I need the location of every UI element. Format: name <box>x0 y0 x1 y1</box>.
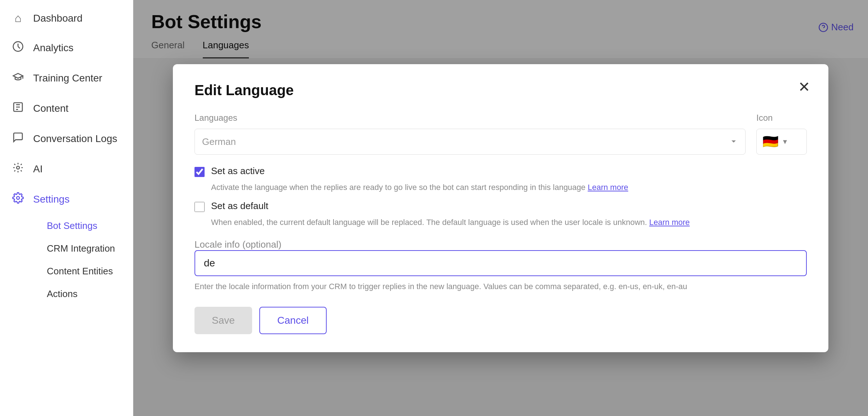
sidebar-item-content-entities[interactable]: Content Entities <box>36 260 133 283</box>
sidebar-item-training-center[interactable]: Training Center <box>0 63 133 93</box>
chevron-down-icon: ▾ <box>783 137 787 146</box>
flag-icon: 🇩🇪 <box>762 134 779 149</box>
locale-input[interactable] <box>194 250 807 276</box>
set-default-row: Set as default <box>194 200 807 212</box>
locale-section: Locale info (optional) Enter the locale … <box>194 239 807 292</box>
set-default-desc: When enabled, the current default langua… <box>211 216 807 228</box>
analytics-icon <box>11 41 25 55</box>
language-field-group: Languages German <box>194 113 746 155</box>
icon-label: Icon <box>756 113 807 123</box>
set-active-row: Set as active <box>194 165 807 177</box>
sidebar-item-ai[interactable]: AI <box>0 154 133 184</box>
sidebar-item-actions[interactable]: Actions <box>36 283 133 305</box>
conversation-icon <box>11 132 25 146</box>
sidebar-submenu-settings: Bot Settings CRM Integration Content Ent… <box>0 214 133 305</box>
set-default-checkbox[interactable] <box>194 202 205 212</box>
icon-field-group: Icon 🇩🇪 ▾ <box>756 113 807 155</box>
modal-footer: Save Cancel <box>194 307 807 334</box>
svg-point-2 <box>17 196 19 199</box>
modal-title: Edit Language <box>194 82 807 98</box>
sidebar-item-crm-integration[interactable]: CRM Integration <box>36 237 133 260</box>
locale-hint: Enter the locale information from your C… <box>194 280 807 292</box>
settings-icon <box>11 192 25 207</box>
cancel-button[interactable]: Cancel <box>259 307 327 334</box>
sidebar-label-content: Content <box>33 103 68 114</box>
icon-selector[interactable]: 🇩🇪 ▾ <box>756 129 807 155</box>
locale-label: Locale info (optional) <box>194 239 281 250</box>
svg-point-1 <box>17 166 19 169</box>
sidebar-item-conversation-logs[interactable]: Conversation Logs <box>0 124 133 154</box>
sidebar: ⌂ Dashboard Analytics Training Center Co… <box>0 0 133 416</box>
sidebar-label-settings: Settings <box>33 194 70 205</box>
set-active-section: Set as active Activate the language when… <box>194 165 807 193</box>
modal-overlay: Edit Language ✕ Languages German Icon 🇩🇪… <box>133 0 868 416</box>
set-default-learn-more[interactable]: Learn more <box>649 218 690 227</box>
close-button[interactable]: ✕ <box>798 79 810 95</box>
languages-label: Languages <box>194 113 746 123</box>
set-active-label[interactable]: Set as active <box>211 165 265 177</box>
sidebar-label-training-center: Training Center <box>33 72 102 84</box>
sidebar-label-dashboard: Dashboard <box>33 13 82 24</box>
sidebar-item-dashboard[interactable]: ⌂ Dashboard <box>0 4 133 33</box>
main-content: Bot Settings General Languages Need Edit… <box>133 0 868 416</box>
edit-language-modal: Edit Language ✕ Languages German Icon 🇩🇪… <box>173 64 828 352</box>
save-button[interactable]: Save <box>194 307 252 334</box>
set-default-label[interactable]: Set as default <box>211 200 268 212</box>
set-active-desc: Activate the language when the replies a… <box>211 181 807 193</box>
language-select[interactable]: German <box>194 129 746 155</box>
content-icon <box>11 101 25 116</box>
set-active-learn-more[interactable]: Learn more <box>588 183 628 192</box>
home-icon: ⌂ <box>11 12 25 25</box>
sidebar-label-analytics: Analytics <box>33 42 73 54</box>
sidebar-item-settings[interactable]: Settings <box>0 184 133 214</box>
set-default-section: Set as default When enabled, the current… <box>194 200 807 228</box>
sidebar-item-analytics[interactable]: Analytics <box>0 33 133 63</box>
language-icon-row: Languages German Icon 🇩🇪 ▾ <box>194 113 807 155</box>
ai-icon <box>11 162 25 176</box>
sidebar-label-ai: AI <box>33 163 42 175</box>
training-icon <box>11 71 25 85</box>
sidebar-item-bot-settings[interactable]: Bot Settings <box>36 214 133 237</box>
sidebar-label-conversation-logs: Conversation Logs <box>33 133 117 145</box>
sidebar-item-content[interactable]: Content <box>0 93 133 124</box>
set-active-checkbox[interactable] <box>194 167 205 177</box>
